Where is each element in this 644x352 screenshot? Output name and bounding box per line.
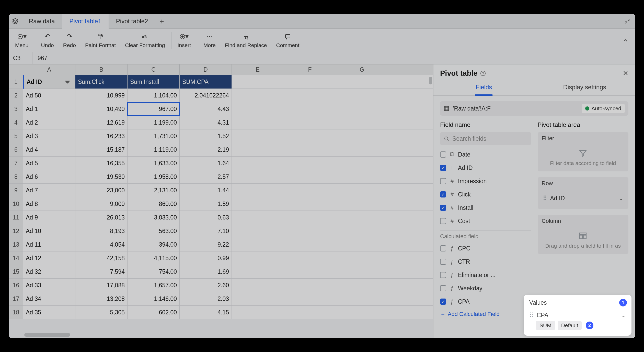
column-header[interactable]: D xyxy=(180,64,232,75)
empty-cell[interactable] xyxy=(336,265,388,279)
cell-adid[interactable]: Ad 34 xyxy=(23,292,75,306)
field-cpa[interactable]: ✓ƒCPA xyxy=(440,295,531,308)
cell-cpa[interactable]: 1.64 xyxy=(180,157,232,170)
field-impression[interactable]: #Impression xyxy=(440,174,531,188)
empty-cell[interactable] xyxy=(336,238,388,251)
cell-install[interactable]: 1,657.00 xyxy=(128,279,180,292)
empty-cell[interactable] xyxy=(388,89,433,102)
cell-install[interactable]: 1,731.00 xyxy=(128,129,180,143)
cell-adid[interactable]: Ad 1 xyxy=(23,102,75,116)
empty-cell[interactable] xyxy=(388,170,433,184)
filter-icon[interactable]: ⏷ xyxy=(63,78,73,86)
empty-cell[interactable] xyxy=(388,129,433,143)
empty-cell[interactable] xyxy=(336,129,388,143)
empty-cell[interactable] xyxy=(284,102,336,116)
row-header[interactable]: 13 xyxy=(9,238,23,251)
empty-cell[interactable] xyxy=(388,197,433,211)
collapse-icon[interactable] xyxy=(624,18,630,24)
cell-install[interactable]: 3,033.00 xyxy=(128,211,180,224)
empty-cell[interactable] xyxy=(388,143,433,157)
cell-click[interactable]: 7,594 xyxy=(75,265,128,279)
row-header[interactable]: 10 xyxy=(9,197,23,211)
cell-install[interactable]: 1,199.00 xyxy=(128,116,180,129)
column-header[interactable]: C xyxy=(128,64,180,75)
cell-install[interactable]: 1,633.00 xyxy=(128,157,180,170)
field-ctr[interactable]: ƒCTR xyxy=(440,255,531,268)
column-header[interactable]: G xyxy=(336,64,388,75)
row-header[interactable]: 16 xyxy=(9,279,23,292)
field-cpc[interactable]: ƒCPC xyxy=(440,242,531,255)
cell-cpa[interactable]: 4.43 xyxy=(180,102,232,116)
values-field-cpa[interactable]: ⠿ CPA ⌄ xyxy=(529,310,626,321)
empty-cell[interactable] xyxy=(232,116,284,129)
cell-cpa[interactable]: 1.52 xyxy=(180,129,232,143)
empty-cell[interactable] xyxy=(284,279,336,292)
tab-display-settings[interactable]: Display settings xyxy=(534,80,635,95)
horizontal-scrollbar[interactable] xyxy=(24,333,70,337)
empty-cell[interactable] xyxy=(388,265,433,279)
cell-install[interactable]: 860.00 xyxy=(128,197,180,211)
help-icon[interactable] xyxy=(480,71,486,76)
empty-cell[interactable] xyxy=(336,75,388,89)
cell-install[interactable]: 967.00 xyxy=(128,102,180,116)
cell-install[interactable]: 1,146.00 xyxy=(128,292,180,306)
cell-install[interactable]: 563.00 xyxy=(128,224,180,238)
empty-cell[interactable] xyxy=(232,251,284,265)
cell-install[interactable]: 2,131.00 xyxy=(128,184,180,197)
row-header[interactable]: 4 xyxy=(9,116,23,129)
tab-pivot1[interactable]: Pivot table1 xyxy=(62,14,109,29)
comment-button[interactable]: Comment xyxy=(272,29,304,52)
cell-cpa[interactable]: 4.31 xyxy=(180,116,232,129)
field-weekday[interactable]: ƒWeekday xyxy=(440,282,531,295)
empty-cell[interactable] xyxy=(388,102,433,116)
cell-cpa[interactable]: 2.03 xyxy=(180,292,232,306)
cell-adid[interactable]: Ad 8 xyxy=(23,197,75,211)
empty-cell[interactable] xyxy=(284,197,336,211)
cell-cpa[interactable]: 1.69 xyxy=(180,265,232,279)
empty-cell[interactable] xyxy=(336,89,388,102)
cell-adid[interactable]: Ad 2 xyxy=(23,116,75,129)
empty-cell[interactable] xyxy=(336,211,388,224)
chevron-down-icon[interactable]: ⌄ xyxy=(618,195,623,202)
empty-cell[interactable] xyxy=(232,224,284,238)
empty-cell[interactable] xyxy=(284,116,336,129)
vertical-scrollbar[interactable] xyxy=(429,77,432,84)
cell-install[interactable]: 1,958.00 xyxy=(128,170,180,184)
cell-adid[interactable]: Ad 3 xyxy=(23,129,75,143)
cell-cpa[interactable]: 1.59 xyxy=(180,197,232,211)
cell-cpa[interactable]: 0.63 xyxy=(180,211,232,224)
empty-cell[interactable] xyxy=(232,89,284,102)
row-header[interactable]: 9 xyxy=(9,184,23,197)
empty-cell[interactable] xyxy=(388,184,433,197)
search-fields-input[interactable]: Search fields xyxy=(440,132,531,145)
cell-install[interactable]: 754.00 xyxy=(128,265,180,279)
field-eliminate[interactable]: ƒEliminate or ... xyxy=(440,268,531,282)
clear-formatting-button[interactable]: Clear Formatting xyxy=(120,29,169,52)
empty-cell[interactable] xyxy=(284,251,336,265)
empty-cell[interactable] xyxy=(336,170,388,184)
display-default[interactable]: Default xyxy=(558,321,582,330)
column-header[interactable] xyxy=(388,64,433,75)
cell-adid[interactable]: Ad 12 xyxy=(23,251,75,265)
empty-cell[interactable] xyxy=(284,157,336,170)
find-replace-button[interactable]: Find and Replace xyxy=(220,29,272,52)
empty-cell[interactable] xyxy=(284,265,336,279)
empty-cell[interactable] xyxy=(388,157,433,170)
cell-click[interactable]: 19,530 xyxy=(75,170,128,184)
tab-raw-data[interactable]: Raw data xyxy=(22,14,62,29)
row-header[interactable]: 14 xyxy=(9,251,23,265)
cell-adid[interactable]: Ad 5 xyxy=(23,157,75,170)
column-header[interactable]: F xyxy=(284,64,336,75)
chevron-down-icon[interactable]: ⌄ xyxy=(621,312,626,319)
cell-cpa[interactable]: 7.10 xyxy=(180,224,232,238)
cell-install[interactable]: 1,104.00 xyxy=(128,89,180,102)
field-ad-id[interactable]: ✓TAd ID xyxy=(440,161,531,174)
row-drop-zone[interactable]: Row ⠿ Ad ID ⌄ xyxy=(538,177,629,209)
empty-cell[interactable] xyxy=(336,224,388,238)
empty-cell[interactable] xyxy=(336,143,388,157)
cell-adid[interactable]: Ad 11 xyxy=(23,238,75,251)
row-header[interactable]: 2 xyxy=(9,89,23,102)
empty-cell[interactable] xyxy=(388,306,433,319)
cell-adid[interactable]: Ad 7 xyxy=(23,184,75,197)
empty-cell[interactable] xyxy=(232,279,284,292)
